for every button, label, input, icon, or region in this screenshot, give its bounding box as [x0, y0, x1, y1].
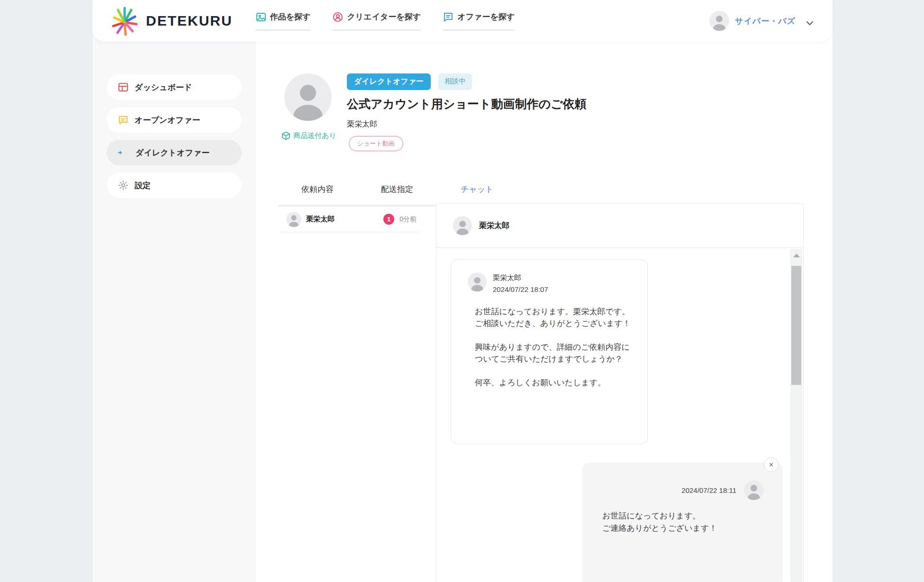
user-name: サイバー・バズ [735, 16, 796, 27]
settings-icon [118, 180, 128, 191]
app-header: DETEKURU 作品を探す クリエイターを探す [92, 0, 833, 42]
chat-header: 栗栄太郎 [436, 204, 803, 248]
shipping-note: 商品送付あり [281, 131, 336, 140]
brand-logo[interactable]: DETEKURU [110, 4, 233, 37]
tab-chat[interactable]: チャット [461, 184, 494, 204]
chat-message-incoming: 栗栄太郎 2024/07/22 18:07 お世話になっております。栗栄太郎です… [451, 259, 648, 444]
conversation-list-item[interactable]: 栗栄太郎 1 0分前 [279, 206, 419, 232]
scrollbar-thumb[interactable] [791, 266, 801, 385]
starburst-logo-icon [110, 4, 139, 37]
tab-request-details[interactable]: 依頼内容 [301, 184, 334, 204]
user-menu[interactable]: サイバー・バズ [709, 11, 814, 31]
unread-count-badge: 1 [383, 214, 394, 225]
message-sender-name: 栗栄太郎 [493, 273, 548, 282]
offer-title: 公式アカウント用ショート動画制作のご依頼 [347, 96, 587, 112]
client-name: 栗栄太郎 [347, 119, 377, 129]
direct-offer-icon [118, 147, 129, 158]
sidebar-item-open-offer[interactable]: オープンオファー [107, 107, 242, 133]
nav-underline [332, 29, 421, 31]
own-avatar [744, 480, 764, 500]
chat-partner-avatar [453, 216, 472, 235]
client-avatar [284, 73, 332, 121]
close-icon[interactable]: × [764, 457, 779, 472]
conversation-name: 栗栄太郎 [306, 215, 335, 224]
user-avatar [709, 11, 729, 31]
chat-message-own: × 2024/07/22 18:11 お世話になっております。 ご連絡ありがとう… [582, 463, 783, 582]
sidebar-item-settings[interactable]: 設定 [107, 173, 242, 198]
sidebar-item-label: ダッシュボード [135, 82, 192, 93]
sidebar-item-label: 設定 [135, 180, 151, 191]
chat-partner-name: 栗栄太郎 [479, 221, 509, 231]
header-nav: 作品を探す クリエイターを探す [255, 11, 515, 31]
nav-underline [443, 29, 515, 31]
offer-status-badge: 相談中 [438, 73, 472, 90]
message-body: お世話になっております。栗栄太郎です。 ご相談いただき、ありがとうございます！ … [475, 306, 636, 389]
brand-name: DETEKURU [146, 13, 233, 29]
offer-search-icon [443, 11, 454, 23]
creator-search-icon [332, 11, 344, 23]
open-offer-icon [118, 115, 128, 125]
nav-underline [255, 29, 311, 31]
message-body: お世話になっております。 ご連絡ありがとうございます！ [602, 510, 768, 535]
dashboard-icon [118, 82, 128, 92]
nav-search-offers[interactable]: オファーを探す [443, 11, 515, 31]
message-timestamp: 2024/07/22 18:07 [493, 285, 548, 293]
nav-search-artworks[interactable]: 作品を探す [255, 11, 311, 31]
chat-scrollbar[interactable] [790, 249, 802, 582]
main-content: 商品送付あり ダイレクトオファー 相談中 公式アカウント用ショート動画制作のご依… [256, 0, 833, 582]
package-icon [281, 131, 290, 140]
tab-delivery[interactable]: 配送指定 [381, 184, 413, 204]
sidebar-item-dashboard[interactable]: ダッシュボード [107, 74, 242, 100]
sidebar-item-direct-offer[interactable]: ダイレクトオファー [107, 140, 242, 165]
offer-tag[interactable]: ショート動画 [349, 136, 403, 151]
scroll-up-arrow-icon[interactable] [793, 254, 800, 257]
conversation-time-ago: 0分前 [399, 215, 417, 224]
sidebar: ダッシュボード オープンオファー ダイレクトオファー [92, 0, 256, 582]
message-sender-avatar [468, 273, 487, 291]
message-timestamp: 2024/07/22 18:11 [681, 486, 736, 494]
chevron-down-icon [806, 21, 814, 26]
offer-type-badge: ダイレクトオファー [347, 73, 431, 90]
sidebar-item-label: ダイレクトオファー [136, 147, 209, 158]
nav-search-creators[interactable]: クリエイターを探す [332, 11, 421, 31]
artwork-search-icon [255, 11, 267, 23]
tab-bar: 依頼内容 配送指定 チャット [301, 184, 494, 204]
chat-panel: 栗栄太郎 栗栄太郎 2024/07/22 18:07 お世話になっております。栗… [436, 203, 804, 582]
conversation-avatar [286, 212, 301, 227]
sidebar-item-label: オープンオファー [135, 115, 200, 126]
